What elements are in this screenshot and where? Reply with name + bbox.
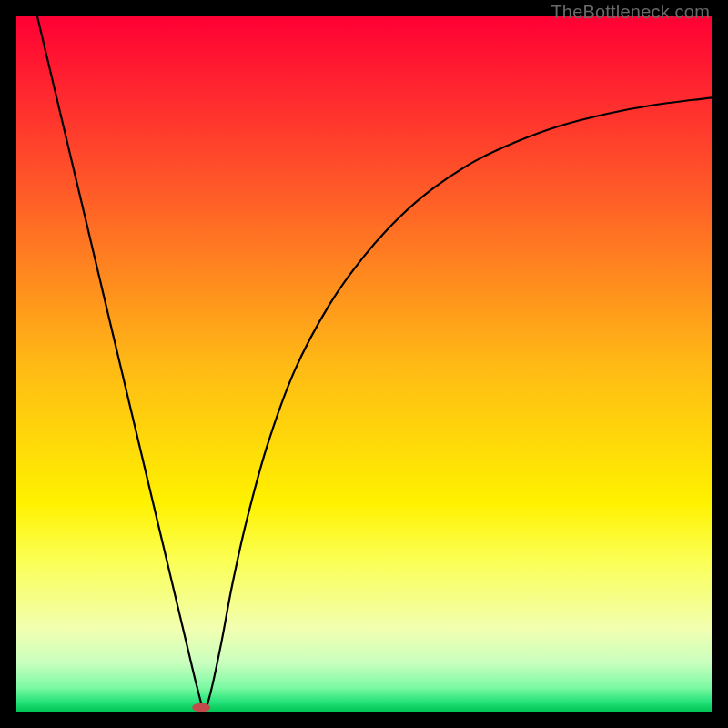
optimal-marker — [192, 703, 210, 712]
watermark-text: TheBottleneck.com — [551, 2, 710, 23]
bottleneck-plot — [16, 16, 712, 712]
chart-frame — [16, 16, 712, 712]
